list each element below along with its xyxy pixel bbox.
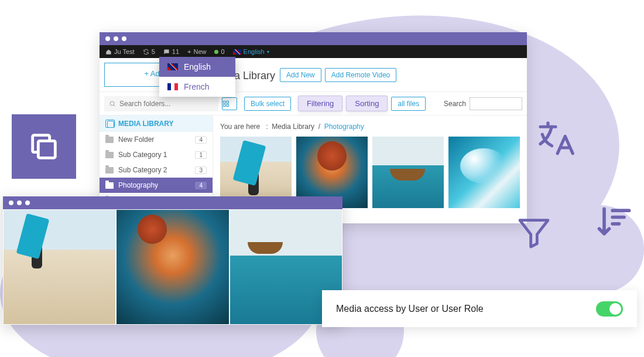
svg-rect-0 xyxy=(224,101,226,103)
svg-rect-4 xyxy=(38,141,55,158)
folder-count: 1 xyxy=(195,151,207,159)
toggle-card: Media access by User or User Role xyxy=(322,290,637,327)
admin-bar: Ju Test 5 11 + New 0 English ▾ xyxy=(100,45,527,58)
sidebar-folder-item[interactable]: Sub Category 23 xyxy=(100,162,213,178)
add-new-button[interactable]: Add New xyxy=(280,68,321,82)
folder-count: 4 xyxy=(195,136,207,144)
refresh-icon xyxy=(143,49,149,55)
preview-thumbnail[interactable] xyxy=(4,210,115,324)
sidebar-folder-item[interactable]: Photography4 xyxy=(100,178,213,193)
folder-name: Photography xyxy=(118,181,158,189)
comments-count[interactable]: 11 xyxy=(163,48,179,55)
svg-rect-2 xyxy=(224,104,226,107)
new-item[interactable]: + New xyxy=(187,48,206,55)
folder-name: New Folder xyxy=(118,135,154,144)
language-option-french[interactable]: French xyxy=(159,77,235,97)
window-dot xyxy=(9,200,13,205)
media-thumbnail[interactable] xyxy=(448,137,520,208)
status-dot-icon xyxy=(214,50,218,54)
refresh-count[interactable]: 5 xyxy=(143,48,155,55)
folder-name: Sub Category 1 xyxy=(118,151,167,159)
sidebar-folder-item[interactable]: New Folder4 xyxy=(100,132,213,147)
copy-badge xyxy=(12,114,76,179)
window-dot xyxy=(105,36,110,41)
sidebar-header[interactable]: MEDIA LIBRARY xyxy=(100,115,213,132)
all-files-button[interactable]: all files xyxy=(391,97,426,111)
breadcrumb-parent: Media Library xyxy=(272,123,314,131)
site-name: Ju Test xyxy=(114,48,135,55)
folder-count: 3 xyxy=(195,166,207,174)
media-thumbnail[interactable] xyxy=(372,137,444,208)
home-icon xyxy=(105,49,112,55)
window-dot xyxy=(122,36,126,41)
language-option-english[interactable]: English xyxy=(159,57,235,77)
search-input[interactable] xyxy=(470,97,522,110)
preview-thumbnails xyxy=(3,209,342,325)
access-toggle[interactable] xyxy=(596,301,623,317)
library-icon xyxy=(105,120,115,128)
add-remote-video-button[interactable]: Add Remote Video xyxy=(325,68,397,82)
translate-icon xyxy=(533,117,578,163)
sorting-pill[interactable]: Sorting xyxy=(346,96,388,111)
window-titlebar xyxy=(3,196,342,209)
folder-name: Sub Category 2 xyxy=(118,166,167,174)
preview-thumbnail[interactable] xyxy=(117,210,228,324)
site-home[interactable]: Ju Test xyxy=(105,48,135,55)
comment-icon xyxy=(163,49,170,55)
flag-uk-icon xyxy=(167,63,178,70)
folder-count: 4 xyxy=(195,182,207,189)
status[interactable]: 0 xyxy=(214,48,224,55)
bulk-select-button[interactable]: Bulk select xyxy=(244,97,291,111)
preview-window xyxy=(3,196,342,325)
window-dot xyxy=(114,36,118,41)
flag-uk-icon xyxy=(233,49,241,55)
folder-icon xyxy=(105,152,114,158)
search-folders-input[interactable] xyxy=(104,96,218,111)
chevron-down-icon: ▾ xyxy=(267,49,269,55)
breadcrumb-current[interactable]: Photography xyxy=(324,123,364,131)
breadcrumb: You are here : Media Library / Photograp… xyxy=(220,120,520,137)
folder-icon xyxy=(105,182,114,189)
flag-fr-icon xyxy=(167,83,178,90)
svg-rect-3 xyxy=(227,104,229,107)
grid-view-button[interactable] xyxy=(222,97,237,110)
language-dropdown: English French xyxy=(159,57,235,97)
folder-icon xyxy=(105,137,114,143)
toggle-label: Media access by User or User Role xyxy=(336,304,484,314)
filter-icon xyxy=(515,214,553,251)
window-titlebar xyxy=(100,32,527,45)
page-title: a Library xyxy=(232,63,280,87)
folder-icon xyxy=(105,167,114,174)
filtering-pill[interactable]: Filtering xyxy=(298,96,342,111)
window-dot xyxy=(17,200,22,205)
language-switcher[interactable]: English ▾ xyxy=(233,48,269,55)
window-dot xyxy=(25,200,30,205)
search-label: Search xyxy=(444,100,466,108)
svg-rect-1 xyxy=(227,101,229,103)
grid-icon xyxy=(222,100,229,107)
sort-icon xyxy=(594,202,634,242)
sidebar-folder-item[interactable]: Sub Category 11 xyxy=(100,147,213,162)
copy-icon xyxy=(27,130,61,164)
